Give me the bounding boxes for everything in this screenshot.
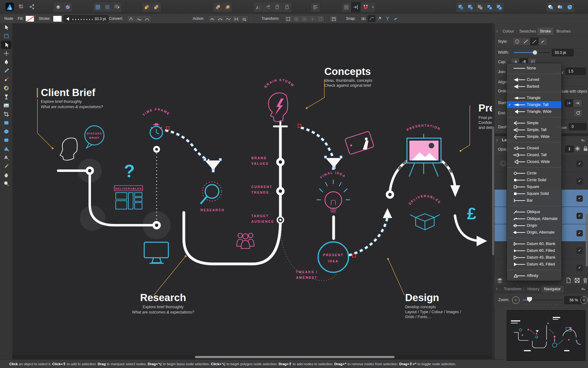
- tab-colour[interactable]: Colour: [500, 28, 517, 35]
- geometry-overlap-button[interactable]: [556, 2, 565, 12]
- menu-item-triangle-wide[interactable]: Triangle, Wide: [507, 108, 561, 115]
- layers-stack-icon[interactable]: [497, 277, 503, 283]
- rotate-cw-button[interactable]: [282, 2, 292, 12]
- zoom-slider-knob[interactable]: [527, 297, 532, 302]
- layer-settings-gear-icon[interactable]: [574, 146, 581, 152]
- menu-item-circle[interactable]: Circle: [507, 170, 561, 177]
- geometry-merge-button[interactable]: [546, 2, 556, 12]
- transparency-tool[interactable]: [1, 93, 11, 101]
- colour-picker-tool[interactable]: [1, 162, 11, 170]
- node-tool[interactable]: [1, 41, 11, 49]
- boolean-divide-button[interactable]: [485, 2, 495, 12]
- snap-pen-button[interactable]: [376, 15, 384, 22]
- fill-swatch[interactable]: [25, 15, 34, 22]
- snap-geometry-button[interactable]: [384, 15, 392, 22]
- snapping-magnet-button[interactable]: [361, 2, 370, 12]
- layer-visibility-checkbox[interactable]: ✓: [577, 178, 583, 184]
- fill-tool[interactable]: [1, 84, 11, 92]
- move-whole-pixels-button[interactable]: [351, 2, 361, 12]
- tab-history[interactable]: History: [525, 286, 542, 293]
- pencil-tool[interactable]: [1, 67, 11, 75]
- point-transform-tool[interactable]: [1, 49, 11, 58]
- menu-item-datum-45-blank[interactable]: Datum 45, Blank: [507, 254, 561, 261]
- smart-node-button[interactable]: [143, 15, 151, 22]
- style-transfer-button[interactable]: [54, 2, 63, 12]
- mitre-value[interactable]: 1.5: [565, 68, 586, 75]
- cycle-selection-box-button[interactable]: [330, 15, 338, 23]
- layer-visibility-checkbox[interactable]: ✓: [577, 195, 583, 202]
- break-curve-button[interactable]: [208, 15, 216, 22]
- layer-visibility-checkbox[interactable]: ✓: [577, 161, 583, 167]
- expand-layer-icon[interactable]: ▼: [500, 160, 507, 167]
- delete-trash-icon[interactable]: [582, 277, 588, 283]
- menu-item-curved[interactable]: Curved: [507, 76, 561, 83]
- menu-item-simple[interactable]: Simple: [507, 120, 561, 126]
- canvas[interactable]: DISCUSS BRIEF ? TIME FRAME DELIVERABLES: [12, 23, 492, 359]
- place-image-tool[interactable]: [1, 101, 11, 110]
- color-swatches-icon[interactable]: [16, 2, 27, 12]
- phase-value[interactable]: 0: [569, 123, 587, 130]
- rounded-rectangle-tool[interactable]: [1, 136, 11, 144]
- menu-item-closed[interactable]: Closed: [507, 145, 561, 151]
- start-arrow-a-button[interactable]: [565, 99, 573, 107]
- menu-item-bar[interactable]: Bar: [507, 197, 561, 204]
- pen-tool[interactable]: [1, 58, 11, 66]
- tab-transform[interactable]: Transform: [501, 286, 524, 293]
- transform-rotate-button[interactable]: [292, 15, 300, 22]
- zoom-tool[interactable]: [1, 179, 11, 188]
- grid-large-button[interactable]: [93, 2, 103, 12]
- tab-stroke[interactable]: Stroke: [537, 28, 553, 35]
- lock-icon[interactable]: [582, 146, 588, 152]
- smooth-node-button[interactable]: [135, 15, 143, 22]
- menu-item-barbed[interactable]: Barbed: [507, 83, 561, 90]
- menu-item-oblique-alternate[interactable]: Oblique, Alternate: [507, 215, 561, 222]
- alignment-button[interactable]: [311, 2, 320, 12]
- stroke-preview-button[interactable]: 33.3 pt: [63, 15, 109, 23]
- sync-ends-button[interactable]: [574, 109, 582, 117]
- triangle-tool[interactable]: [1, 145, 11, 153]
- tab-swatches[interactable]: Swatches: [517, 28, 538, 35]
- panel-drag-handle[interactable]: ‖: [496, 29, 498, 33]
- menu-item-closed-tall[interactable]: Closed, Tall: [507, 151, 561, 158]
- start-arrow-b-button[interactable]: [573, 99, 582, 107]
- width-slider-knob[interactable]: [533, 50, 537, 55]
- order-backward-button[interactable]: [152, 2, 161, 12]
- flip-vertical-button[interactable]: [263, 2, 273, 12]
- close-curve-button[interactable]: [216, 15, 224, 22]
- menu-item-triangle[interactable]: Triangle: [507, 94, 561, 101]
- style-dash-button[interactable]: [530, 38, 539, 45]
- layer-visibility-checkbox[interactable]: ✓: [577, 213, 583, 219]
- rectangle-tool[interactable]: [1, 119, 11, 127]
- width-value[interactable]: 33.3 pt: [552, 49, 574, 56]
- reverse-curve-button[interactable]: [240, 15, 248, 22]
- order-back-button[interactable]: [142, 2, 152, 12]
- menu-item-origin-alternate[interactable]: Origin, Alternate: [507, 229, 561, 236]
- artistic-text-tool[interactable]: A: [1, 153, 11, 162]
- move-tool[interactable]: [1, 23, 11, 32]
- zoom-in-button[interactable]: +: [580, 296, 588, 304]
- style-solid-button[interactable]: [521, 38, 530, 45]
- layer-visibility-checkbox[interactable]: ✓: [577, 265, 583, 271]
- menu-item-square[interactable]: Square: [507, 183, 561, 190]
- tab-navigator[interactable]: Navigator: [541, 286, 564, 293]
- pixel-grid-button[interactable]: [342, 2, 351, 12]
- grid-small-button[interactable]: [103, 2, 112, 12]
- artboard-tool[interactable]: [1, 32, 11, 40]
- menu-item-datum-60-filled[interactable]: Datum 60, Filled: [507, 247, 561, 254]
- style-remove-button[interactable]: [63, 2, 72, 12]
- transform-show-button[interactable]: [300, 15, 309, 22]
- menu-item-simple-tall[interactable]: Simple, Tall: [507, 126, 561, 133]
- style-brush-button[interactable]: [539, 38, 547, 45]
- cycle-selection-box-button[interactable]: [330, 15, 338, 22]
- sharp-node-button[interactable]: [127, 15, 135, 22]
- view-tool[interactable]: [1, 171, 11, 179]
- menu-item-datum-60-blank[interactable]: Datum 60, Blank: [507, 240, 561, 247]
- rotate-ccw-button[interactable]: [273, 2, 282, 12]
- boolean-add-button[interactable]: [456, 2, 466, 12]
- snap-pressure-button[interactable]: [392, 15, 400, 22]
- menu-item-closed-wide[interactable]: Closed, Wide: [507, 158, 561, 165]
- order-forward-button[interactable]: [213, 2, 223, 12]
- transform-cycle-button[interactable]: [317, 15, 324, 22]
- navigator-thumbnail[interactable]: [507, 310, 586, 361]
- vector-crop-tool[interactable]: [1, 110, 11, 118]
